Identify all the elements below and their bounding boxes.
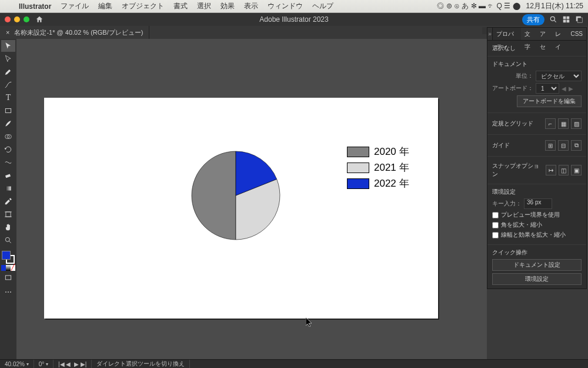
document-setup-button[interactable]: ドキュメント設定 [492,259,582,271]
pie-chart[interactable] [191,151,280,240]
eraser-tool[interactable] [1,170,15,181]
eyedropper-tool[interactable] [1,195,15,207]
artboard-label: アートボード： [492,84,533,92]
zoom-window-icon[interactable] [24,16,29,22]
panel-collapse-icon[interactable]: » [487,28,493,40]
fill-stroke-swatch[interactable] [2,251,15,264]
type-tool[interactable]: T [1,92,15,104]
snap-grid-icon[interactable]: ◫ [559,165,569,175]
snap-pixel-icon[interactable]: ▣ [571,165,582,175]
fill-color-icon[interactable] [2,251,11,260]
rotate-tool[interactable] [1,144,15,155]
tab-css[interactable]: CSS [567,28,586,40]
tab-properties[interactable]: プロパティ [493,28,521,40]
artboard-tool[interactable] [1,208,15,220]
chevron-down-icon[interactable]: ▾ [46,362,48,367]
legend-item-2020[interactable]: 2020 年 [347,145,409,158]
menu-select[interactable]: 選択 [192,1,216,11]
close-tab-icon[interactable]: × [6,29,9,36]
search-icon[interactable] [549,15,557,24]
artboard-prev-icon[interactable]: ◀ [562,85,566,92]
tab-layers[interactable]: レイ [552,28,567,40]
close-window-icon[interactable] [5,16,11,22]
workspace-icon[interactable] [575,15,583,24]
menu-help[interactable]: ヘルプ [308,1,338,11]
legend-swatch-icon [347,178,369,189]
arrange-icon[interactable] [562,15,570,24]
home-icon[interactable] [35,15,44,24]
transparency-grid-icon[interactable]: ▨ [571,118,582,129]
menu-object[interactable]: オブジェクト [117,1,169,11]
panel-tabs: » プロパティ 文字 アセ レイ CSS [487,28,586,41]
hand-tool[interactable] [1,221,15,233]
rectangle-tool[interactable] [1,105,15,117]
checkbox-scale-corners-label: 角を拡大・縮小 [501,221,542,229]
canvas[interactable]: 2020 年 2021 年 2022 年 [16,39,487,359]
snap-point-icon[interactable]: ↦ [546,165,556,175]
share-button[interactable]: 共有 [522,14,544,25]
artboard[interactable]: 2020 年 2021 年 2022 年 [44,98,438,319]
smart-guides-icon[interactable]: ⧉ [571,140,582,151]
window-controls[interactable] [5,16,29,22]
zoom-level[interactable]: 40.02% ▾ [0,360,34,368]
checkbox-scale-strokes[interactable] [492,232,499,238]
menubar-clock[interactable]: 12月1日(木) 11:25 [526,1,583,11]
gradient-tool[interactable] [1,183,15,194]
guides-lock-icon[interactable]: ⊟ [558,140,569,151]
color-mode-row[interactable]: ╱ [1,265,15,271]
edit-toolbar-icon[interactable]: ⋯ [1,286,15,298]
artboard-next-icon[interactable]: ▶ [569,85,573,92]
units-select[interactable]: ピクセル [536,71,582,81]
artboard-select[interactable]: 1 [536,83,559,94]
tool-hint: ダイレクト選択ツールを切り換え [92,360,190,368]
checkbox-preview-bounds-label: プレビュー境界を使用 [501,211,560,219]
screen-mode-tool[interactable] [1,272,15,284]
minimize-window-icon[interactable] [14,16,20,22]
document-tab-label: 名称未設定-1* @ 40.02 % (RGB/プレビュー) [14,28,143,37]
ruler-visibility-icon[interactable]: ⌐ [545,118,556,129]
pen-tool[interactable] [1,66,15,78]
next-artboard-icon[interactable]: ▶ [74,361,79,367]
svg-line-1 [554,20,556,22]
menu-view[interactable]: 表示 [239,1,263,11]
svg-rect-4 [563,20,566,23]
preferences-button[interactable]: 環境設定 [492,273,582,285]
panel-collapse-handle[interactable] [482,27,487,34]
svg-rect-3 [567,16,570,19]
tab-assets[interactable]: アセ [536,28,552,40]
chart-legend[interactable]: 2020 年 2021 年 2022 年 [347,145,409,193]
menu-app[interactable]: Illustrator [14,2,56,11]
prev-artboard-icon[interactable]: ◀ [66,361,71,367]
curvature-tool[interactable] [1,79,15,91]
chevron-down-icon[interactable]: ▾ [26,362,29,367]
menu-window[interactable]: ウィンドウ [263,1,308,11]
legend-label: 2022 年 [374,177,409,190]
artboard-nav[interactable]: |◀ ◀ ▶ ▶| [54,360,92,368]
legend-item-2021[interactable]: 2021 年 [347,161,409,174]
menu-effect[interactable]: 効果 [216,1,239,11]
pie-slice-2020[interactable] [192,151,236,240]
menu-file[interactable]: ファイル [56,1,93,11]
zoom-tool[interactable] [1,234,15,246]
edit-artboards-button[interactable]: アートボードを編集 [517,95,582,107]
paintbrush-tool[interactable] [1,118,15,130]
last-artboard-icon[interactable]: ▶| [81,361,87,367]
width-tool[interactable] [1,157,15,168]
menu-type[interactable]: 書式 [169,1,192,11]
menubar-status-icons[interactable]: ◎ ⊚ ⊙ あ ✻ ▬ ᯤ Q ☰ ⬤ [437,1,520,11]
rotate-view[interactable]: 0° ▾ [34,360,54,368]
direct-selection-tool[interactable] [1,53,15,65]
checkbox-preview-bounds[interactable] [492,212,499,218]
cursor-icon [306,317,313,327]
tab-character[interactable]: 文字 [521,28,536,40]
menu-edit[interactable]: 編集 [93,1,117,11]
legend-item-2022[interactable]: 2022 年 [347,177,409,190]
selection-tool[interactable] [1,40,15,52]
checkbox-scale-corners[interactable] [492,222,499,228]
shape-builder-tool[interactable] [1,131,15,142]
first-artboard-icon[interactable]: |◀ [58,361,65,367]
key-input-field[interactable]: 36 px [524,198,552,209]
document-tab[interactable]: × 名称未設定-1* @ 40.02 % (RGB/プレビュー) [0,26,149,39]
guides-visibility-icon[interactable]: ⊞ [545,140,556,151]
grid-visibility-icon[interactable]: ▦ [558,118,569,129]
